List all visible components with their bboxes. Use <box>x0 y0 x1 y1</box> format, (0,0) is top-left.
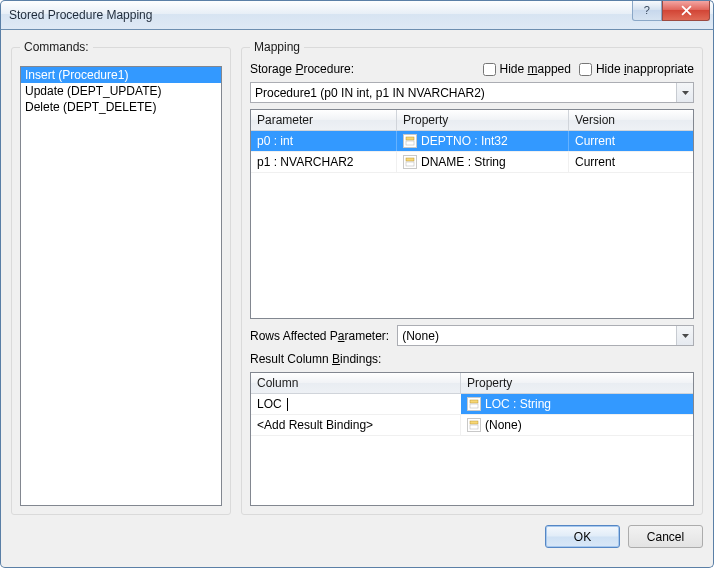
titlebar: Stored Procedure Mapping ? <box>0 0 714 30</box>
commands-group: Commands: Insert (Procedure1) Update (DE… <box>11 40 231 515</box>
table-row[interactable]: p0 : int DEPTNO : Int32 Current <box>251 131 693 152</box>
hide-inappropriate-input[interactable] <box>579 63 592 76</box>
close-button[interactable] <box>662 1 710 21</box>
svg-rect-8 <box>470 425 478 429</box>
hide-inappropriate-checkbox[interactable]: Hide inappropriate <box>579 62 694 76</box>
ok-button[interactable]: OK <box>545 525 620 548</box>
cell-property[interactable]: DEPTNO : Int32 <box>397 131 569 151</box>
svg-rect-6 <box>470 404 478 408</box>
commands-list[interactable]: Insert (Procedure1) Update (DEPT_UPDATE)… <box>20 66 222 506</box>
list-item[interactable]: Delete (DEPT_DELETE) <box>21 99 221 115</box>
cell-property[interactable]: LOC : String <box>461 394 693 414</box>
parameters-grid-body: p0 : int DEPTNO : Int32 Current p1 : NVA… <box>251 131 693 318</box>
cell-property[interactable]: DNAME : String <box>397 152 569 172</box>
property-icon <box>403 155 417 169</box>
commands-legend: Commands: <box>20 40 93 54</box>
rows-affected-value: (None) <box>398 326 676 345</box>
chevron-down-icon <box>682 91 689 95</box>
table-row[interactable]: <Add Result Binding> (None) <box>251 415 693 436</box>
result-bindings-grid[interactable]: Column Property LOC LOC : String <box>250 372 694 506</box>
cell-version[interactable]: Current <box>569 152 693 172</box>
property-icon <box>403 134 417 148</box>
svg-rect-4 <box>406 162 414 166</box>
table-row[interactable]: p1 : NVARCHAR2 DNAME : String Current <box>251 152 693 173</box>
hide-mapped-input[interactable] <box>483 63 496 76</box>
rows-affected-label: Rows Affected Parameter: <box>250 329 389 343</box>
close-icon <box>681 5 692 16</box>
result-grid-body: LOC LOC : String <Add Result Binding> <box>251 394 693 505</box>
help-button[interactable]: ? <box>632 1 662 21</box>
parameters-grid[interactable]: Parameter Property Version p0 : int DEPT… <box>250 109 694 319</box>
text-caret <box>287 398 288 411</box>
dialog-buttons: OK Cancel <box>11 515 703 548</box>
cell-column-editing[interactable]: LOC <box>251 394 461 414</box>
mapping-group: Mapping Storage Procedure: Hide mapped H… <box>241 40 703 515</box>
svg-rect-1 <box>406 137 414 140</box>
col-property[interactable]: Property <box>397 110 569 130</box>
cell-version[interactable]: Current <box>569 131 693 151</box>
svg-rect-7 <box>470 421 478 424</box>
result-grid-header: Column Property <box>251 373 693 394</box>
storage-procedure-label: Storage Procedure: <box>250 62 354 76</box>
storage-procedure-value: Procedure1 (p0 IN int, p1 IN NVARCHAR2) <box>251 83 676 102</box>
window-title: Stored Procedure Mapping <box>9 8 152 22</box>
rows-affected-row: Rows Affected Parameter: (None) <box>250 325 694 346</box>
col-parameter[interactable]: Parameter <box>251 110 397 130</box>
cell-property[interactable]: (None) <box>461 415 693 435</box>
cancel-button[interactable]: Cancel <box>628 525 703 548</box>
table-row[interactable]: LOC LOC : String <box>251 394 693 415</box>
combo-dropdown-button[interactable] <box>676 326 693 345</box>
svg-rect-5 <box>470 400 478 403</box>
client-area: Commands: Insert (Procedure1) Update (DE… <box>0 30 714 568</box>
svg-text:?: ? <box>643 5 649 16</box>
combo-dropdown-button[interactable] <box>676 83 693 102</box>
property-icon <box>467 418 481 432</box>
svg-rect-2 <box>406 141 414 145</box>
col-version[interactable]: Version <box>569 110 693 130</box>
window-controls: ? <box>632 1 710 21</box>
col-property[interactable]: Property <box>461 373 693 393</box>
mapping-legend: Mapping <box>250 40 304 54</box>
parameters-grid-header: Parameter Property Version <box>251 110 693 131</box>
rows-affected-combo[interactable]: (None) <box>397 325 694 346</box>
svg-rect-3 <box>406 158 414 161</box>
storage-procedure-combo[interactable]: Procedure1 (p0 IN int, p1 IN NVARCHAR2) <box>250 82 694 103</box>
cell-column[interactable]: <Add Result Binding> <box>251 415 461 435</box>
list-item[interactable]: Update (DEPT_UPDATE) <box>21 83 221 99</box>
cell-parameter: p1 : NVARCHAR2 <box>251 152 397 172</box>
storage-procedure-row: Storage Procedure: Hide mapped Hide inap… <box>250 62 694 76</box>
chevron-down-icon <box>682 334 689 338</box>
cell-parameter: p0 : int <box>251 131 397 151</box>
help-icon: ? <box>642 5 653 16</box>
hide-mapped-checkbox[interactable]: Hide mapped <box>483 62 571 76</box>
property-icon <box>467 397 481 411</box>
result-bindings-label: Result Column Bindings: <box>250 352 694 366</box>
col-column[interactable]: Column <box>251 373 461 393</box>
list-item[interactable]: Insert (Procedure1) <box>21 67 221 83</box>
